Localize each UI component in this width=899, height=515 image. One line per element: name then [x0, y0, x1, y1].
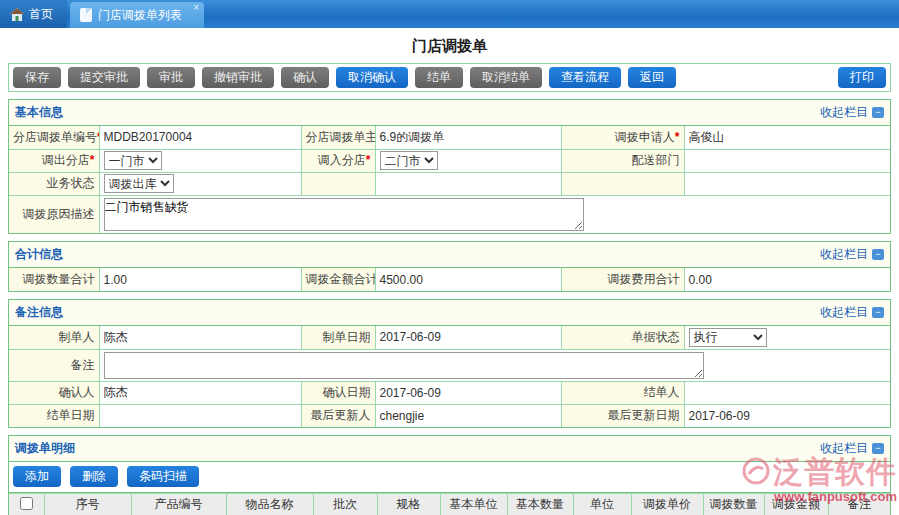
detail-collapse-toggle[interactable]: 收起栏目 − — [820, 440, 884, 457]
total-qty-value[interactable]: 1.00 — [99, 268, 301, 291]
close-date-value — [99, 404, 301, 427]
make-date-label: 制单日期 — [301, 326, 375, 349]
detail-section: 调拨单明细 收起栏目 − 添加 删除 条码扫描 序号 产品编号 物品名称 批次 … — [8, 435, 891, 515]
note-textarea[interactable] — [104, 352, 704, 379]
total-collapse-toggle[interactable]: 收起栏目 − — [820, 246, 884, 263]
applicant-value[interactable]: 高俊山 — [684, 126, 890, 149]
basic-info-title: 基本信息 — [15, 104, 63, 121]
approve-button[interactable]: 审批 — [147, 67, 195, 88]
confirm-date-value: 2017-06-09 — [375, 381, 561, 404]
empty-label-cell — [561, 172, 684, 195]
closer-value — [684, 381, 890, 404]
print-button[interactable]: 打印 — [838, 67, 886, 88]
tab-home[interactable]: 首页 — [0, 0, 67, 28]
basic-info-grid: 分店调拨单编号* MDDB20170004 分店调拨单主题 6.9的调拨单 调拨… — [9, 126, 890, 233]
total-info-title: 合计信息 — [15, 246, 63, 263]
barcode-scan-button[interactable]: 条码扫描 — [127, 466, 199, 487]
save-button[interactable]: 保存 — [13, 67, 61, 88]
view-process-button[interactable]: 查看流程 — [549, 67, 621, 88]
empty-value-cell — [684, 172, 890, 195]
in-store-label: 调入分店* — [301, 149, 375, 172]
make-date-value: 2017-06-09 — [375, 326, 561, 349]
last-update-date-value: 2017-06-09 — [684, 404, 890, 427]
required-asterisk: * — [366, 153, 371, 167]
col-spec: 规格 — [377, 494, 440, 515]
tab-bar: 首页 门店调拨单列表 × — [0, 0, 899, 28]
total-info-grid: 调拨数量合计 1.00 调拨金额合计 4500.00 调拨费用合计 0.00 — [9, 268, 890, 291]
total-info-header: 合计信息 收起栏目 − — [9, 242, 890, 268]
detail-title: 调拨单明细 — [15, 440, 75, 457]
in-store-select[interactable]: 二门市 — [380, 151, 438, 170]
close-date-label: 结单日期 — [9, 404, 99, 427]
collapse-icon: − — [872, 307, 884, 318]
basic-collapse-label: 收起栏目 — [820, 104, 868, 121]
toolbar: 保存 提交审批 审批 撤销审批 确认 取消确认 结单 取消结单 查看流程 返回 … — [8, 63, 891, 92]
maker-value: 陈杰 — [99, 326, 301, 349]
empty-label-cell — [301, 172, 375, 195]
page-title: 门店调拨单 — [0, 28, 899, 61]
col-qty: 调拨数量 — [703, 494, 764, 515]
out-store-label: 调出分店* — [9, 149, 99, 172]
collapse-icon: − — [872, 249, 884, 260]
delivery-dept-value[interactable] — [684, 149, 890, 172]
reason-label: 调拨原因描述 — [9, 195, 99, 233]
total-amount-value[interactable]: 4500.00 — [375, 268, 561, 291]
back-button[interactable]: 返回 — [628, 67, 676, 88]
out-store-select[interactable]: 一门市 — [104, 151, 162, 170]
total-info-section: 合计信息 收起栏目 − 调拨数量合计 1.00 调拨金额合计 4500.00 调… — [8, 241, 891, 292]
revoke-approval-button[interactable]: 撤销审批 — [202, 67, 274, 88]
required-asterisk: * — [90, 153, 95, 167]
reason-textarea[interactable]: 二门市销售缺货 — [104, 198, 584, 231]
subject-value[interactable]: 6.9的调拨单 — [375, 126, 561, 149]
remark-collapse-toggle[interactable]: 收起栏目 − — [820, 304, 884, 321]
col-base-qty: 基本数量 — [507, 494, 573, 515]
col-unit: 单位 — [573, 494, 631, 515]
order-no-label: 分店调拨单编号* — [9, 126, 99, 149]
total-fee-value[interactable]: 0.00 — [684, 268, 890, 291]
detail-table: 序号 产品编号 物品名称 批次 规格 基本单位 基本数量 单位 调拨单价 调拨数… — [9, 493, 890, 515]
confirmer-label: 确认人 — [9, 381, 99, 404]
confirmer-value: 陈杰 — [99, 381, 301, 404]
col-item-name: 物品名称 — [226, 494, 313, 515]
tab-transfer-list[interactable]: 门店调拨单列表 × — [70, 2, 204, 28]
doc-status-select[interactable]: 执行 — [689, 328, 767, 347]
required-asterisk: * — [675, 130, 680, 144]
add-row-button[interactable]: 添加 — [13, 466, 61, 487]
remark-info-title: 备注信息 — [15, 304, 63, 321]
col-product-no: 产品编号 — [131, 494, 226, 515]
confirm-button[interactable]: 确认 — [281, 67, 329, 88]
biz-status-label: 业务状态 — [9, 172, 99, 195]
select-all-checkbox[interactable] — [20, 497, 33, 510]
submit-approval-button[interactable]: 提交审批 — [68, 67, 140, 88]
last-updater-value: chengjie — [375, 404, 561, 427]
total-collapse-label: 收起栏目 — [820, 246, 868, 263]
cancel-confirm-button[interactable]: 取消确认 — [336, 67, 408, 88]
maker-label: 制单人 — [9, 326, 99, 349]
cancel-close-button[interactable]: 取消结单 — [470, 67, 542, 88]
col-seq: 序号 — [44, 494, 131, 515]
subject-label: 分店调拨单主题 — [301, 126, 375, 149]
remark-info-section: 备注信息 收起栏目 − 制单人 陈杰 制单日期 2017-06-09 单据状态 … — [8, 299, 891, 428]
order-no-value[interactable]: MDDB20170004 — [99, 126, 301, 149]
doc-status-label: 单据状态 — [561, 326, 684, 349]
total-fee-label: 调拨费用合计 — [561, 268, 684, 291]
home-icon — [10, 8, 24, 21]
last-updater-label: 最后更新人 — [301, 404, 375, 427]
delete-row-button[interactable]: 删除 — [70, 466, 118, 487]
tab-close-icon[interactable]: × — [193, 3, 199, 13]
col-base-unit: 基本单位 — [440, 494, 507, 515]
remark-info-header: 备注信息 收起栏目 − — [9, 300, 890, 326]
basic-info-section: 基本信息 收起栏目 − 分店调拨单编号* MDDB20170004 分店调拨单主… — [8, 99, 891, 234]
total-amount-label: 调拨金额合计 — [301, 268, 375, 291]
biz-status-select[interactable]: 调拨出库 — [104, 174, 174, 193]
close-order-button[interactable]: 结单 — [415, 67, 463, 88]
remark-info-grid: 制单人 陈杰 制单日期 2017-06-09 单据状态 执行 备注 确认人 陈杰… — [9, 326, 890, 427]
basic-collapse-toggle[interactable]: 收起栏目 − — [820, 104, 884, 121]
document-icon — [80, 8, 92, 22]
col-batch: 批次 — [313, 494, 377, 515]
col-price: 调拨单价 — [631, 494, 703, 515]
applicant-label: 调拨申请人* — [561, 126, 684, 149]
basic-info-header: 基本信息 收起栏目 − — [9, 100, 890, 126]
last-update-date-label: 最后更新日期 — [561, 404, 684, 427]
detail-button-row: 添加 删除 条码扫描 — [9, 462, 890, 493]
